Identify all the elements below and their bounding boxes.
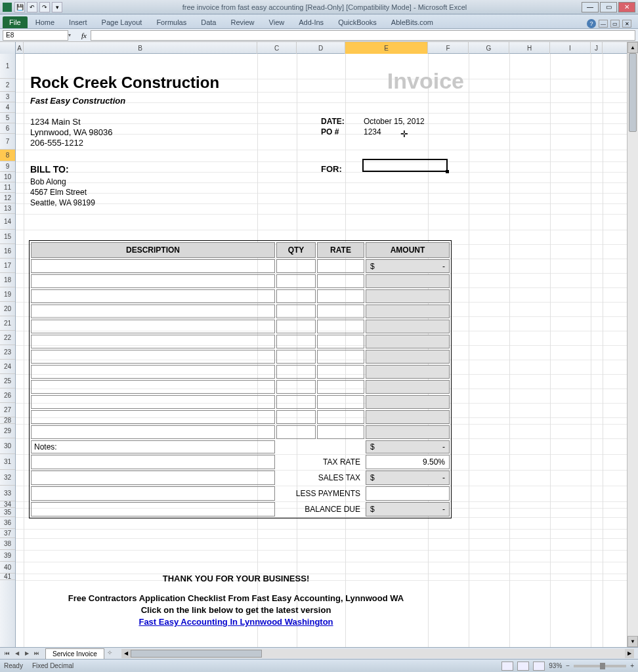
scroll-right-icon[interactable]: ▶ — [625, 649, 634, 658]
qty-cell[interactable] — [276, 335, 316, 348]
column-header-D[interactable]: D — [297, 42, 345, 54]
row-header-3[interactable]: 3 — [0, 92, 15, 102]
redo-icon[interactable]: ↷ — [39, 2, 50, 12]
row-header-33[interactable]: 33 — [0, 486, 15, 501]
scroll-down-icon[interactable]: ▼ — [627, 636, 638, 647]
page-layout-view-icon[interactable] — [517, 662, 529, 671]
tab-prev-icon[interactable]: ◀ — [12, 649, 22, 658]
column-header-H[interactable]: H — [509, 42, 550, 54]
notes-line-1[interactable] — [31, 455, 275, 469]
qty-cell[interactable] — [276, 380, 316, 394]
row-header-23[interactable]: 23 — [0, 345, 15, 360]
close-button[interactable]: ✕ — [618, 2, 635, 12]
formula-bar[interactable] — [91, 30, 635, 41]
notes-line-4[interactable] — [31, 502, 275, 516]
rate-cell[interactable] — [317, 395, 364, 409]
tab-insert[interactable]: Insert — [62, 16, 94, 28]
desc-cell[interactable] — [31, 304, 275, 318]
desc-cell[interactable] — [31, 259, 275, 273]
rate-cell[interactable] — [317, 380, 364, 394]
qty-cell[interactable] — [276, 395, 316, 409]
file-tab[interactable]: File — [3, 16, 28, 28]
row-header-15[interactable]: 15 — [0, 230, 15, 244]
tab-ablebits[interactable]: AbleBits.com — [385, 16, 440, 28]
row-header-2[interactable]: 2 — [0, 79, 15, 92]
desc-cell[interactable] — [31, 274, 275, 288]
row-header-31[interactable]: 31 — [0, 454, 15, 470]
row-header-7[interactable]: 7 — [0, 134, 15, 150]
tab-review[interactable]: Review — [224, 16, 261, 28]
desc-cell[interactable] — [31, 350, 275, 364]
rate-cell[interactable] — [317, 350, 364, 364]
row-header-35[interactable]: 35 — [0, 508, 15, 517]
row-header-18[interactable]: 18 — [0, 273, 15, 287]
notes-line-3[interactable] — [31, 486, 275, 501]
row-header-36[interactable]: 36 — [0, 517, 15, 529]
vscroll-thumb[interactable] — [629, 53, 637, 132]
select-all-corner[interactable] — [0, 42, 16, 54]
zoom-in-icon[interactable]: + — [630, 662, 634, 669]
row-header-11[interactable]: 11 — [0, 182, 15, 193]
tab-formulas[interactable]: Formulas — [150, 16, 193, 28]
row-header-27[interactable]: 27 — [0, 403, 15, 417]
zoom-slider[interactable] — [574, 665, 626, 667]
column-header-F[interactable]: F — [428, 42, 469, 54]
undo-icon[interactable]: ↶ — [27, 2, 37, 12]
tab-view[interactable]: View — [263, 16, 291, 28]
tab-data[interactable]: Data — [194, 16, 223, 28]
row-header-6[interactable]: 6 — [0, 123, 15, 134]
horizontal-scrollbar[interactable]: ◀ ▶ — [121, 649, 634, 658]
page-break-view-icon[interactable] — [533, 662, 545, 671]
row-header-37[interactable]: 37 — [0, 529, 15, 538]
column-header-E[interactable]: E — [345, 42, 428, 54]
rate-cell[interactable] — [317, 274, 364, 288]
row-header-28[interactable]: 28 — [0, 417, 15, 424]
workbook-close-icon[interactable]: ✕ — [622, 20, 631, 28]
tab-home[interactable]: Home — [29, 16, 61, 28]
qty-cell[interactable] — [276, 289, 316, 303]
hscroll-thumb[interactable] — [131, 650, 262, 658]
qty-cell[interactable] — [276, 425, 316, 439]
maximize-button[interactable]: ▭ — [600, 2, 617, 12]
qat-more-icon[interactable]: ▾ — [52, 2, 62, 12]
row-header-16[interactable]: 16 — [0, 244, 15, 259]
row-header-30[interactable]: 30 — [0, 438, 15, 454]
ribbon-minimize-icon[interactable]: — — [599, 20, 608, 28]
row-header-13[interactable]: 13 — [0, 203, 15, 214]
tab-quickbooks[interactable]: QuickBooks — [331, 16, 383, 28]
row-header-4[interactable]: 4 — [0, 102, 15, 113]
rate-cell[interactable] — [317, 425, 364, 439]
fx-icon[interactable]: fx — [81, 32, 87, 39]
zoom-out-icon[interactable]: − — [566, 662, 570, 669]
column-header-C[interactable]: C — [257, 42, 297, 54]
rate-cell[interactable] — [317, 365, 364, 379]
vertical-scrollbar[interactable]: ▲ ▼ — [627, 42, 638, 647]
tab-next-icon[interactable]: ▶ — [22, 649, 32, 658]
row-header-26[interactable]: 26 — [0, 388, 15, 403]
qty-cell[interactable] — [276, 304, 316, 318]
namebox-dropdown-icon[interactable]: ▾ — [68, 32, 77, 38]
save-icon[interactable]: 💾 — [14, 2, 25, 12]
tab-first-icon[interactable]: ⏮ — [3, 649, 12, 658]
qty-cell[interactable] — [276, 365, 316, 379]
row-header-38[interactable]: 38 — [0, 538, 15, 550]
row-header-17[interactable]: 17 — [0, 259, 15, 273]
row-header-14[interactable]: 14 — [0, 214, 15, 230]
minimize-button[interactable]: — — [582, 2, 599, 12]
row-header-1[interactable]: 1 — [0, 54, 15, 79]
row-header-40[interactable]: 40 — [0, 562, 15, 574]
row-header-20[interactable]: 20 — [0, 302, 15, 316]
row-header-12[interactable]: 12 — [0, 193, 15, 203]
worksheet-grid[interactable]: Rock Creek Construction Invoice Fast Eas… — [16, 54, 627, 647]
footer-link[interactable]: Fast Easy Accounting In Lynnwood Washing… — [16, 617, 456, 627]
desc-cell[interactable] — [31, 365, 275, 379]
tab-addins[interactable]: Add-Ins — [292, 16, 330, 28]
desc-cell[interactable] — [31, 289, 275, 303]
name-box[interactable]: E8 — [3, 30, 68, 41]
column-header-B[interactable]: B — [24, 42, 257, 54]
desc-cell[interactable] — [31, 410, 275, 424]
row-header-8[interactable]: 8 — [0, 150, 15, 161]
desc-cell[interactable] — [31, 320, 275, 333]
rate-cell[interactable] — [317, 410, 364, 424]
row-header-22[interactable]: 22 — [0, 331, 15, 345]
